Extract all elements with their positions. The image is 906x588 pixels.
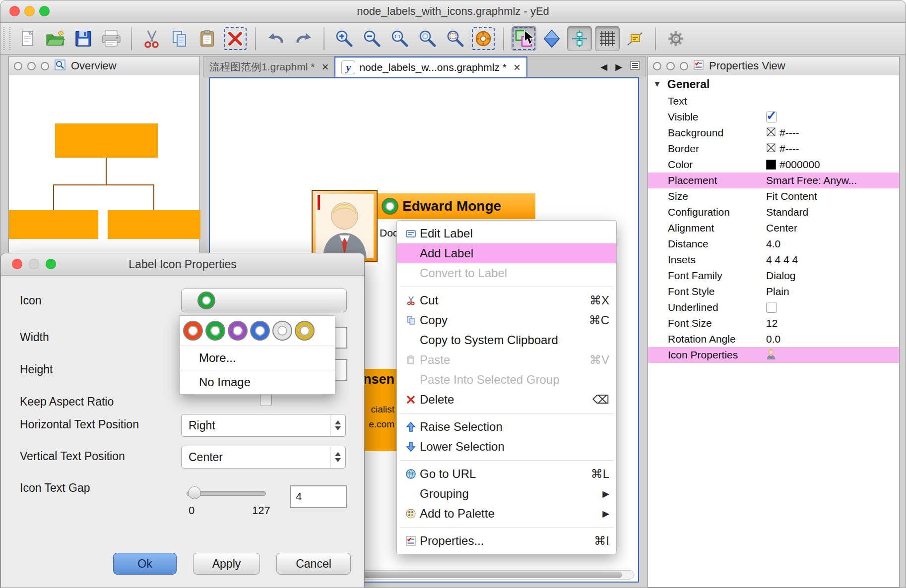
open-folder-button[interactable] (43, 26, 68, 51)
menu-item-copy-to-system-clipboard[interactable]: Copy to System Clipboard (397, 330, 616, 350)
property-value[interactable]: Smart Free: Anyw... (766, 175, 899, 186)
swatch-purple-ring-icon[interactable] (229, 322, 247, 340)
zoom-out-button[interactable] (360, 26, 385, 51)
swatch-blue-ring-icon[interactable] (251, 322, 269, 340)
slider-thumb[interactable] (188, 486, 201, 499)
more-images-option[interactable]: More... (180, 346, 335, 370)
cut-icon (402, 295, 420, 305)
person-icon[interactable] (766, 349, 776, 362)
icon-text-gap-slider[interactable] (187, 491, 266, 496)
color-swatch-icon[interactable] (766, 160, 776, 170)
menu-item-cut[interactable]: Cut⌘X (397, 291, 616, 310)
menu-item-edit-label[interactable]: Edit Label (397, 224, 616, 243)
properties-icon (693, 59, 704, 72)
zoom-fit-button[interactable] (415, 26, 440, 51)
fit-content-button[interactable] (471, 26, 496, 51)
property-value[interactable]: Plain (766, 286, 899, 297)
paste-button[interactable] (195, 26, 220, 51)
property-value[interactable]: #---- (766, 127, 899, 139)
tab-node-labels-with-icons[interactable]: y node_labels_w...ons.graphmlz * × (334, 57, 527, 77)
swatch-white-ring-icon[interactable] (273, 322, 291, 340)
property-value[interactable]: Dialog (766, 270, 899, 282)
icon-text-gap-input[interactable]: 4 (290, 485, 347, 508)
overview-panel-button-2[interactable] (27, 62, 36, 70)
grid-button[interactable] (595, 26, 620, 51)
properties-panel-button-3[interactable] (680, 62, 688, 70)
tab-flowchart-example[interactable]: 流程图范例1.graphml * × (203, 57, 334, 77)
checkbox-checked-icon[interactable]: ✓ (766, 112, 777, 122)
properties-panel-button-2[interactable] (666, 62, 675, 70)
no-image-option[interactable]: No Image (180, 370, 335, 394)
apply-button[interactable]: Apply (193, 553, 260, 575)
person-node[interactable] (312, 190, 378, 262)
property-name: Rotation Angle (648, 333, 766, 345)
snap-lines-button[interactable] (567, 26, 592, 51)
property-value[interactable]: Standard (766, 206, 899, 218)
print-button[interactable] (99, 26, 124, 51)
no-color-icon[interactable] (766, 143, 776, 155)
copy-button[interactable] (167, 26, 192, 51)
new-document-button[interactable] (15, 26, 40, 51)
tab-list-icon[interactable] (630, 61, 640, 72)
navigate-button[interactable] (539, 26, 564, 51)
tab-close-icon[interactable]: × (514, 60, 520, 74)
disclosure-triangle-icon[interactable]: ▼ (653, 79, 661, 89)
menu-item-raise-selection[interactable]: Raise Selection (397, 417, 616, 437)
menu-item-properties[interactable]: Properties...⌘I (397, 531, 616, 551)
overview-panel-button-1[interactable] (14, 62, 22, 70)
checkbox-unchecked-icon[interactable] (766, 302, 777, 313)
ok-button[interactable]: Ok (113, 553, 177, 575)
tab-prev-icon[interactable]: ◀ (600, 61, 607, 72)
toolbar-drag-handle[interactable] (3, 27, 10, 50)
menu-item-shortcut: ⌘X (589, 294, 609, 307)
menu-item-copy[interactable]: Copy⌘C (397, 310, 616, 330)
overview-panel-button-3[interactable] (41, 62, 49, 70)
vertical-text-position-select[interactable]: Center (181, 446, 346, 469)
icon-picker-button[interactable] (181, 289, 347, 312)
zoom-selection-button[interactable] (443, 26, 468, 51)
menu-item-add-to-palette[interactable]: Add to Palette▶ (397, 504, 616, 524)
menu-item-go-to-url[interactable]: Go to URL⌘L (397, 464, 616, 484)
menu-item-label: Go to URL (420, 467, 582, 481)
property-value[interactable]: Fit Content (766, 190, 899, 202)
settings-gear-button[interactable] (663, 26, 688, 51)
tab-next-icon[interactable]: ▶ (615, 61, 622, 72)
property-value[interactable]: #---- (766, 143, 899, 155)
menu-item-grouping[interactable]: Grouping▶ (397, 484, 616, 504)
tab-navigation: ◀ ▶ (595, 57, 645, 77)
node-label-edward-monge[interactable]: Edward Monge (378, 193, 535, 219)
no-color-icon[interactable] (766, 127, 776, 139)
cut-button[interactable] (139, 26, 164, 51)
property-value[interactable]: #000000 (766, 159, 899, 171)
delete-button[interactable] (223, 26, 248, 51)
menu-item-delete[interactable]: Delete⌫ (397, 390, 616, 410)
property-value[interactable]: 4 4 4 4 (766, 254, 899, 266)
cancel-button[interactable]: Cancel (276, 553, 351, 575)
property-value[interactable]: 4.0 (766, 238, 899, 250)
horizontal-text-position-select[interactable]: Right (181, 414, 346, 437)
zoom-in-button[interactable] (332, 26, 357, 51)
swatch-green-ring-icon[interactable] (206, 322, 224, 340)
save-button[interactable] (71, 26, 96, 51)
property-value[interactable] (766, 349, 899, 362)
menu-item-add-label[interactable]: Add Label (397, 243, 616, 263)
edge-label-tool-button[interactable] (623, 26, 647, 51)
property-value[interactable]: Center (766, 222, 899, 234)
property-value[interactable] (766, 302, 899, 313)
tab-close-icon[interactable]: × (322, 60, 328, 74)
menu-item-lower-selection[interactable]: Lower Selection (397, 437, 616, 457)
property-value[interactable]: ✓ (766, 112, 899, 122)
properties-general-section[interactable]: ▼ General (648, 75, 899, 93)
properties-panel-button-1[interactable] (653, 62, 661, 70)
overview-edge (53, 184, 54, 210)
swatch-orange-ring-icon[interactable] (184, 322, 202, 340)
property-value[interactable]: 0.0 (766, 333, 899, 345)
swatch-yellow-ring-icon[interactable] (296, 322, 314, 340)
keep-aspect-ratio-checkbox[interactable] (260, 394, 272, 406)
property-name: Background (648, 127, 766, 139)
undo-button[interactable] (263, 26, 288, 51)
redo-button[interactable] (291, 26, 316, 51)
edit-mode-button[interactable] (512, 26, 536, 51)
zoom-actual-button[interactable]: 1:1 (388, 26, 412, 51)
property-value[interactable]: 12 (766, 317, 899, 329)
